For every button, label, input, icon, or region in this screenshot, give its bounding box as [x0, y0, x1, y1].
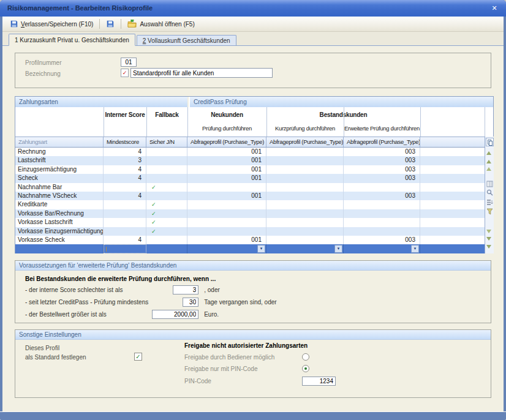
cell-neukunden[interactable]	[187, 200, 266, 209]
cell-mindestscore-focused[interactable]	[104, 244, 146, 253]
cell-neukunden[interactable]	[187, 183, 266, 192]
cell-erweiterte[interactable]: 003	[344, 236, 420, 244]
cell-erweiterte[interactable]: 003	[344, 192, 420, 200]
cell-erweiterte[interactable]	[344, 209, 420, 218]
cell-extra[interactable]	[420, 236, 485, 244]
cell-mindestscore[interactable]: 4	[104, 148, 146, 156]
cell-extra[interactable]	[420, 183, 485, 192]
pin-code-input[interactable]	[302, 377, 336, 386]
cell-kurzpruefung[interactable]	[266, 192, 344, 200]
cell-sicher[interactable]	[146, 192, 187, 200]
rule3-input[interactable]	[152, 310, 198, 319]
open-selection-button[interactable]: Auswahl öffnen (F5)	[124, 18, 198, 30]
cell-neukunden[interactable]	[187, 209, 266, 218]
dropdown-icon[interactable]: ▼	[334, 245, 342, 253]
save-button[interactable]	[102, 18, 118, 30]
column-zahlungsart[interactable]: Zahlungsart	[15, 137, 104, 147]
cell-mindestscore[interactable]: 4	[104, 174, 146, 182]
page-down-icon[interactable]	[486, 230, 491, 233]
scroll-top-icon[interactable]	[486, 151, 491, 155]
scroll-bottom-icon[interactable]	[486, 245, 491, 249]
checkmark-icon[interactable]: ✓	[146, 227, 187, 236]
checkmark-icon[interactable]: ✓	[146, 200, 187, 209]
copy-icon[interactable]	[486, 138, 494, 146]
table-row[interactable]: Kreditkarte✓	[15, 200, 485, 209]
cell-kurzpruefung[interactable]: ▼	[266, 244, 344, 253]
cell-extra[interactable]	[420, 165, 485, 174]
cell-kurzpruefung[interactable]	[266, 236, 344, 244]
cell-zahlungsart[interactable]: Einzugsermächtigung	[15, 165, 104, 174]
cell-erweiterte[interactable]: ▼	[344, 244, 420, 253]
cell-mindestscore[interactable]	[104, 200, 146, 209]
profile-name-input[interactable]	[130, 68, 273, 78]
column-abfrageprofil-erweitert[interactable]: Abfrageprofil (Purchase_Type)	[344, 137, 420, 147]
cell-neukunden[interactable]: 001	[187, 156, 266, 165]
cell-extra[interactable]	[420, 209, 485, 218]
cell-extra[interactable]	[420, 192, 485, 200]
cell-mindestscore[interactable]	[104, 183, 146, 192]
cell-kurzpruefung[interactable]	[266, 200, 344, 209]
table-row[interactable]: Nachnahme VScheck4001003	[15, 192, 485, 200]
cell-mindestscore[interactable]	[104, 218, 146, 227]
cell-sicher[interactable]	[146, 236, 187, 244]
cell-kurzpruefung[interactable]	[266, 174, 344, 182]
cell-mindestscore[interactable]: 3	[104, 156, 146, 165]
option-pin-radio[interactable]	[302, 365, 309, 372]
table-row[interactable]: Einzugsermächtigung4001003	[15, 165, 485, 174]
cell-extra[interactable]	[420, 156, 485, 165]
cell-kurzpruefung[interactable]	[266, 165, 344, 174]
columns-icon[interactable]	[486, 181, 493, 187]
cell-zahlungsart[interactable]: Rechnung	[15, 148, 104, 156]
table-row[interactable]: Vorkasse Einzugsermächtigung✓	[15, 227, 485, 236]
cell-neukunden[interactable]: 001	[187, 236, 266, 244]
close-icon[interactable]: ✕	[489, 3, 500, 13]
table-row[interactable]: Vorkasse Bar/Rechnung✓	[15, 209, 485, 218]
cell-mindestscore[interactable]: 4	[104, 192, 146, 200]
cell-zahlungsart[interactable]: Nachnahme VScheck	[15, 192, 104, 200]
cell-neukunden[interactable]: 001	[187, 148, 266, 156]
checkmark-icon[interactable]: ✓	[146, 183, 187, 192]
page-up-icon[interactable]	[486, 167, 491, 171]
cell-kurzpruefung[interactable]	[266, 183, 344, 192]
cell-erweiterte[interactable]: 003	[344, 156, 420, 165]
cell-zahlungsart[interactable]	[15, 244, 104, 253]
cell-sicher[interactable]	[146, 156, 187, 165]
tab-kurzauskunft[interactable]: 1 Kurzauskunft Privat u. Geschäftskunden	[9, 34, 135, 46]
cell-erweiterte[interactable]	[344, 218, 420, 227]
cell-kurzpruefung[interactable]	[266, 218, 344, 227]
selected-new-row[interactable]: ▼ ▼ ▼	[15, 244, 485, 253]
cell-kurzpruefung[interactable]	[266, 227, 344, 236]
table-row[interactable]: Scheck4001003	[15, 174, 485, 182]
rule1-input[interactable]	[173, 285, 198, 294]
column-sicher[interactable]: Sicher J/N	[146, 137, 187, 147]
cell-zahlungsart[interactable]: Kreditkarte	[15, 200, 104, 209]
cell-neukunden[interactable]: 001	[187, 192, 266, 200]
cell-neukunden[interactable]: 001	[187, 174, 266, 182]
checkmark-icon[interactable]: ✓	[146, 209, 187, 218]
cell-kurzpruefung[interactable]	[266, 148, 344, 156]
search-icon[interactable]	[486, 189, 493, 196]
dropdown-icon[interactable]: ▼	[411, 245, 419, 253]
checkmark-icon[interactable]: ✓	[146, 218, 187, 227]
cell-extra[interactable]	[420, 218, 485, 227]
cell-kurzpruefung[interactable]	[266, 156, 344, 165]
table-row[interactable]: Lastschrift3001003	[15, 156, 485, 165]
option-operator-radio[interactable]	[302, 353, 309, 361]
column-mindestscore[interactable]: Mindestscore	[104, 137, 146, 147]
cell-sicher[interactable]	[146, 174, 187, 182]
cell-mindestscore[interactable]	[104, 209, 146, 218]
cell-neukunden[interactable]: 001	[187, 165, 266, 174]
profile-number-input[interactable]	[121, 58, 137, 67]
default-profile-checkbox[interactable]: ✓	[134, 353, 142, 361]
dropdown-icon[interactable]: ▼	[257, 245, 265, 253]
cell-neukunden[interactable]	[187, 227, 266, 236]
table-row[interactable]: Rechnung4001003	[15, 148, 485, 156]
cell-erweiterte[interactable]: 003	[344, 174, 420, 182]
cell-zahlungsart[interactable]: Vorkasse Bar/Rechnung	[15, 209, 104, 218]
cell-mindestscore[interactable]: 4	[104, 236, 146, 244]
cell-mindestscore[interactable]	[104, 227, 146, 236]
cell-zahlungsart[interactable]: Lastschrift	[15, 156, 104, 165]
cell-zahlungsart[interactable]: Vorkasse Scheck	[15, 236, 104, 244]
rule2-input[interactable]	[183, 298, 198, 307]
table-row[interactable]: Vorkasse Scheck4001003	[15, 236, 485, 244]
